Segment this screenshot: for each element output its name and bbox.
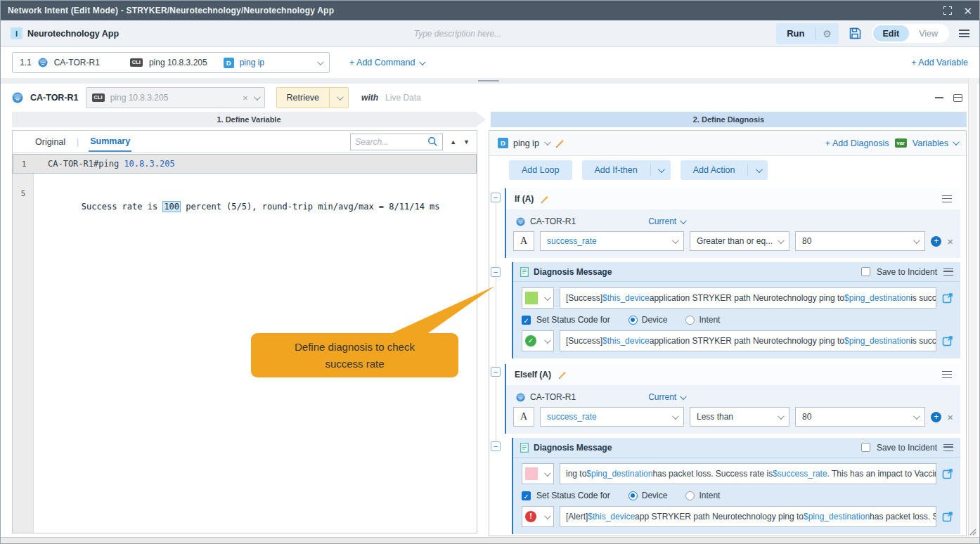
- status-message-input[interactable]: [Alert] $this_device app STRYKER path Ne…: [560, 506, 936, 527]
- clear-icon[interactable]: ×: [243, 93, 248, 103]
- search-input[interactable]: Search...: [350, 134, 443, 150]
- expand-external-icon[interactable]: [942, 511, 953, 522]
- variables-dropdown[interactable]: Variables: [913, 138, 958, 148]
- radio-device[interactable]: Device: [628, 491, 668, 500]
- chevron-down-icon: [544, 512, 551, 519]
- color-swatch-green: [525, 292, 538, 304]
- radio-device[interactable]: Device: [628, 315, 668, 325]
- add-action-button[interactable]: Add Action: [681, 160, 768, 180]
- expand-external-icon[interactable]: [942, 468, 953, 479]
- add-command-button[interactable]: + Add Command: [349, 58, 424, 67]
- toggle-view[interactable]: View: [909, 25, 948, 41]
- block-menu-icon[interactable]: [942, 371, 952, 378]
- remove-condition-icon[interactable]: ×: [947, 412, 953, 422]
- retrieve-button[interactable]: Retrieve: [277, 88, 330, 108]
- block-menu-icon[interactable]: [943, 268, 953, 276]
- block-menu-icon[interactable]: [943, 444, 953, 451]
- variable-select[interactable]: success_rate: [540, 407, 684, 427]
- search-prev-icon[interactable]: ▲: [450, 138, 456, 145]
- collapse-dm2-icon[interactable]: −: [491, 441, 501, 451]
- value-select[interactable]: 80: [795, 231, 925, 251]
- edit-pencil-icon[interactable]: [539, 194, 549, 204]
- chevron-down-icon[interactable]: [253, 93, 260, 101]
- step-define-variable: 1. Define Variable: [12, 112, 486, 127]
- value-select[interactable]: 80: [795, 407, 925, 427]
- status-code-select[interactable]: ✓: [522, 330, 554, 351]
- scope-dropdown[interactable]: Current: [648, 216, 685, 226]
- expand-external-icon[interactable]: [942, 335, 953, 347]
- run-button[interactable]: Run: [776, 28, 815, 39]
- tab-summary[interactable]: Summary: [89, 132, 131, 152]
- block-menu-icon[interactable]: [942, 195, 952, 202]
- command-input[interactable]: CLI ping 10.8.3.205 ×: [86, 87, 265, 108]
- chevron-down-icon: [544, 337, 551, 344]
- chevron-down-icon[interactable]: [544, 138, 551, 145]
- variable-select[interactable]: success_rate: [540, 231, 684, 251]
- description-input[interactable]: Type description here...: [352, 29, 563, 39]
- device-icon: [12, 92, 23, 103]
- maximize-icon[interactable]: [943, 6, 952, 15]
- message-input[interactable]: [Success] $this_device application STRYK…: [560, 287, 936, 309]
- code-line[interactable]: 1 CA-TOR-R1#ping 10.8.3.205: [13, 154, 477, 174]
- chevron-down-icon: [953, 138, 960, 145]
- add-condition-icon[interactable]: +: [931, 236, 941, 247]
- close-icon[interactable]: ✕: [963, 6, 972, 16]
- set-status-code-checkbox[interactable]: ✓: [522, 491, 531, 500]
- set-status-code-checkbox[interactable]: ✓: [522, 316, 531, 325]
- menu-icon[interactable]: [959, 30, 969, 37]
- command-box[interactable]: 1.1 CA-TOR-R1 CLI ping 10.8.3.205 D ping…: [12, 52, 330, 73]
- expand-external-icon[interactable]: [942, 292, 953, 304]
- run-settings-gear-icon[interactable]: ⚙: [816, 28, 839, 39]
- radio-intent[interactable]: Intent: [685, 491, 720, 500]
- toggle-edit[interactable]: Edit: [873, 25, 910, 41]
- add-variable-button[interactable]: + Add Variable: [911, 58, 968, 67]
- cli-badge-icon: CLI: [130, 58, 143, 67]
- save-to-incident-checkbox[interactable]: [861, 267, 870, 276]
- alert-icon: !: [525, 511, 536, 522]
- severity-color-select[interactable]: [522, 287, 554, 309]
- condition-device: CA-TOR-R1: [530, 216, 576, 226]
- command-input-value: ping 10.8.3.205: [110, 93, 237, 103]
- status-message-input[interactable]: [Success] $this_device application STRYK…: [560, 330, 936, 351]
- vertical-scrollbar[interactable]: [968, 78, 977, 536]
- status-code-select[interactable]: !: [522, 506, 554, 527]
- search-next-icon[interactable]: ▼: [463, 138, 470, 145]
- device-name: CA-TOR-R1: [30, 93, 79, 103]
- save-to-incident-checkbox[interactable]: [861, 443, 870, 452]
- collapse-if-icon[interactable]: −: [491, 193, 501, 202]
- operator-select[interactable]: Greater than or eq...: [690, 231, 789, 251]
- set-status-code-label: Set Status Code for: [536, 491, 610, 500]
- split-view-icon[interactable]: [953, 94, 962, 102]
- save-icon[interactable]: [849, 27, 862, 40]
- scope-dropdown[interactable]: Current: [648, 392, 685, 402]
- edit-pencil-icon[interactable]: [557, 370, 567, 380]
- chevron-down-icon[interactable]: [756, 166, 763, 173]
- edit-pencil-icon[interactable]: [554, 138, 565, 148]
- elseif-block: ElseIf (A) CA-TOR-R1 Current: [505, 364, 960, 434]
- message-input[interactable]: ing to $ping_destination has packet loss…: [560, 463, 936, 484]
- add-condition-icon[interactable]: +: [931, 412, 941, 422]
- code-line[interactable]: 5 Success rate is 100 percent (5/5), rou…: [13, 174, 477, 187]
- command-row: 1.1 CA-TOR-R1 CLI ping 10.8.3.205 D ping…: [1, 47, 979, 78]
- chevron-down-icon[interactable]: [658, 166, 665, 173]
- add-diagnosis-button[interactable]: + Add Diagnosis: [825, 138, 889, 148]
- if-label: If (A): [515, 194, 534, 204]
- callout-text: Define diagnosis to check success rate: [276, 339, 433, 372]
- horizontal-splitter[interactable]: [1, 78, 979, 84]
- resize-grip-icon[interactable]: [969, 529, 976, 536]
- collapse-elseif-icon[interactable]: −: [491, 367, 501, 377]
- retrieve-dropdown[interactable]: [329, 88, 348, 108]
- operator-select[interactable]: Less than: [690, 407, 789, 427]
- collapse-panel-icon[interactable]: [935, 97, 943, 98]
- tab-original[interactable]: Original: [34, 133, 67, 151]
- diagnosis-name: ping ip: [513, 138, 539, 148]
- collapse-dm1-icon[interactable]: −: [491, 267, 501, 277]
- chevron-down-icon: [913, 413, 920, 420]
- add-loop-button[interactable]: Add Loop: [509, 160, 572, 180]
- radio-intent[interactable]: Intent: [685, 315, 720, 325]
- severity-color-select[interactable]: [522, 463, 554, 484]
- add-if-then-button[interactable]: Add If-then: [582, 160, 671, 180]
- splitter-grip-icon[interactable]: [478, 79, 499, 83]
- remove-condition-icon[interactable]: ×: [947, 236, 953, 247]
- chevron-down-icon[interactable]: [317, 58, 324, 65]
